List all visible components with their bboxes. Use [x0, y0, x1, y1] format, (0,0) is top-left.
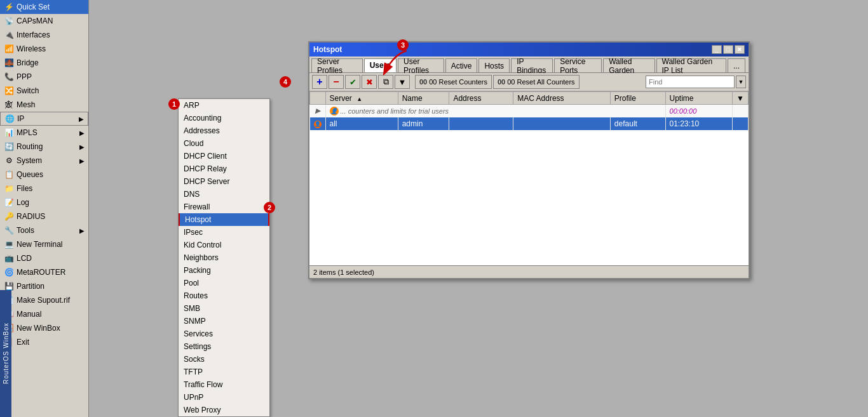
ip-submenu-dhcp-relay[interactable]: DHCP Relay — [179, 162, 269, 175]
annotation-3: 3 — [397, 39, 409, 51]
ip-submenu-dns[interactable]: DNS — [179, 188, 269, 201]
mesh-icon: 🕸 — [4, 100, 14, 110]
toolbar: + − ✔ ✖ ⧉ ▼ 00 00 Reset Counters — [309, 73, 749, 91]
brand-label: RouterOS WinBox — [0, 290, 11, 417]
sidebar-item-manual[interactable]: 📖 Manual — [0, 307, 88, 321]
sidebar-item-quick-set[interactable]: ⚡ Quick Set — [0, 0, 88, 14]
window-titlebar: Hotspot _ □ ✖ — [309, 43, 749, 56]
ip-arrow-icon: ▶ — [79, 116, 84, 122]
filter-button[interactable]: ▼ — [395, 75, 410, 89]
ip-submenu-cloud[interactable]: Cloud — [179, 137, 269, 150]
sidebar-item-radius[interactable]: 🔑 RADIUS — [0, 209, 88, 223]
annotation-2: 2 — [264, 202, 275, 213]
sidebar-item-ip[interactable]: 🌐 IP ▶ — [0, 112, 88, 126]
sidebar-item-partition[interactable]: 💾 Partition — [0, 279, 88, 293]
window-close-button[interactable]: ✖ — [735, 45, 745, 54]
system-arrow-icon: ▶ — [79, 157, 85, 164]
sidebar-item-log[interactable]: 📝 Log — [0, 195, 88, 209]
ip-submenu-neighbors[interactable]: Neighbors — [179, 251, 269, 264]
reset-all-counters-button[interactable]: 00 00 Reset All Counters — [493, 75, 580, 89]
sidebar-item-capsman[interactable]: 📡 CAPsMAN — [0, 14, 88, 28]
tab-user-profiles[interactable]: User Profiles — [398, 58, 444, 72]
interfaces-icon: 🔌 — [4, 30, 14, 40]
sidebar-item-lcd[interactable]: 📺 LCD — [0, 251, 88, 265]
sidebar-item-ppp[interactable]: 📞 PPP — [0, 70, 88, 84]
ip-submenu-hotspot[interactable]: Hotspot — [179, 213, 269, 226]
sidebar-item-exit[interactable]: 🚪 Exit — [0, 335, 88, 349]
annotation-4: 4 — [280, 76, 291, 88]
copy-button[interactable]: ⧉ — [378, 75, 393, 89]
sidebar-item-wireless[interactable]: 📶 Wireless — [0, 42, 88, 56]
window-maximize-button[interactable]: □ — [723, 45, 733, 54]
col-uptime[interactable]: Uptime — [665, 92, 733, 105]
ip-submenu-settings[interactable]: Settings — [179, 340, 269, 353]
cancel-button[interactable]: ✖ — [362, 75, 377, 89]
sidebar-item-interfaces[interactable]: 🔌 Interfaces — [0, 28, 88, 42]
main-content: ARP Accounting Addresses Cloud DHCP Clie… — [89, 0, 868, 417]
status-bar: 2 items (1 selected) — [309, 265, 749, 278]
col-profile[interactable]: Profile — [610, 92, 665, 105]
sidebar-item-mpls[interactable]: 📊 MPLS ▶ — [0, 126, 88, 140]
search-dropdown-button[interactable]: ▼ — [736, 76, 746, 88]
ip-submenu-services[interactable]: Services — [179, 328, 269, 340]
ip-submenu-snmp[interactable]: SNMP — [179, 315, 269, 328]
sidebar-item-routing[interactable]: 🔄 Routing ▶ — [0, 140, 88, 154]
sidebar-item-bridge[interactable]: 🌉 Bridge — [0, 56, 88, 70]
check-button[interactable]: ✔ — [345, 75, 360, 89]
sidebar-item-files[interactable]: 📁 Files — [0, 182, 88, 195]
tab-active[interactable]: Active — [445, 58, 478, 72]
ip-submenu-arp[interactable]: ARP — [179, 99, 269, 112]
col-server[interactable]: Server ▲ — [325, 92, 398, 105]
window-title: Hotspot — [313, 45, 342, 54]
ip-submenu-ipsec[interactable]: IPsec — [179, 226, 269, 239]
sidebar-item-new-winbox[interactable]: 🪟 New WinBox — [0, 321, 88, 335]
add-button[interactable]: + — [312, 75, 327, 89]
ip-submenu-accounting[interactable]: Accounting — [179, 112, 269, 124]
col-mac-address[interactable]: MAC Address — [513, 92, 611, 105]
ip-submenu-socks[interactable]: Socks — [179, 353, 269, 366]
ip-submenu-kid-control[interactable]: Kid Control — [179, 239, 269, 251]
sidebar-item-new-terminal[interactable]: 💻 New Terminal — [0, 237, 88, 251]
ip-submenu-traffic-flow[interactable]: Traffic Flow — [179, 378, 269, 391]
col-select — [310, 92, 326, 105]
sidebar-item-make-supout[interactable]: 📄 Make Supout.rif — [0, 293, 88, 307]
annotation-1: 1 — [168, 98, 180, 110]
find-input[interactable] — [646, 76, 735, 88]
files-icon: 📁 — [4, 183, 14, 194]
ip-submenu-tftp[interactable]: TFTP — [179, 366, 269, 378]
ip-submenu-pool[interactable]: Pool — [179, 277, 269, 289]
ip-submenu-addresses[interactable]: Addresses — [179, 124, 269, 137]
capsman-icon: 📡 — [4, 16, 14, 26]
col-name[interactable]: Name — [398, 92, 449, 105]
ip-submenu-dhcp-server[interactable]: DHCP Server — [179, 175, 269, 188]
ip-submenu-smb[interactable]: SMB — [179, 302, 269, 315]
table-row: ▶ 👤 ... counters and limits for trial us… — [310, 105, 749, 117]
tab-service-ports[interactable]: Service Ports — [554, 58, 602, 72]
window-minimize-button[interactable]: _ — [712, 45, 722, 54]
tab-ip-bindings[interactable]: IP Bindings — [511, 58, 553, 72]
sidebar-item-queues[interactable]: 📋 Queues — [0, 168, 88, 182]
tab-more[interactable]: ... — [728, 58, 745, 72]
reset-counters-button[interactable]: 00 00 Reset Counters — [415, 75, 492, 89]
sidebar-item-mesh[interactable]: 🕸 Mesh — [0, 98, 88, 112]
sidebar-item-tools[interactable]: 🔧 Tools ▶ — [0, 223, 88, 237]
table-row[interactable]: 👤 all admin — [310, 117, 749, 130]
sidebar-item-metarouter[interactable]: 🌀 MetaROUTER — [0, 265, 88, 279]
ip-submenu-firewall[interactable]: Firewall — [179, 201, 269, 213]
user-icon: 👤 — [314, 121, 322, 128]
tab-hosts[interactable]: Hosts — [478, 58, 510, 72]
sidebar-item-system[interactable]: ⚙ System ▶ — [0, 154, 88, 168]
remove-button[interactable]: − — [329, 75, 344, 89]
tab-server-profiles[interactable]: Server Profiles — [311, 58, 363, 72]
ip-submenu-routes[interactable]: Routes — [179, 289, 269, 302]
sidebar-item-switch[interactable]: 🔀 Switch — [0, 84, 88, 98]
col-address[interactable]: Address — [449, 92, 513, 105]
ip-submenu-web-proxy[interactable]: Web Proxy — [179, 404, 269, 416]
tab-users[interactable]: Users — [364, 58, 397, 72]
tab-walled-garden-ip[interactable]: Walled Garden IP List — [656, 58, 726, 72]
ip-submenu-packing[interactable]: Packing — [179, 264, 269, 277]
tab-walled-garden[interactable]: Walled Garden — [603, 58, 654, 72]
ip-submenu-upnp[interactable]: UPnP — [179, 391, 269, 404]
row-indicator: 👤 — [310, 117, 326, 130]
ip-submenu-dhcp-client[interactable]: DHCP Client — [179, 150, 269, 162]
